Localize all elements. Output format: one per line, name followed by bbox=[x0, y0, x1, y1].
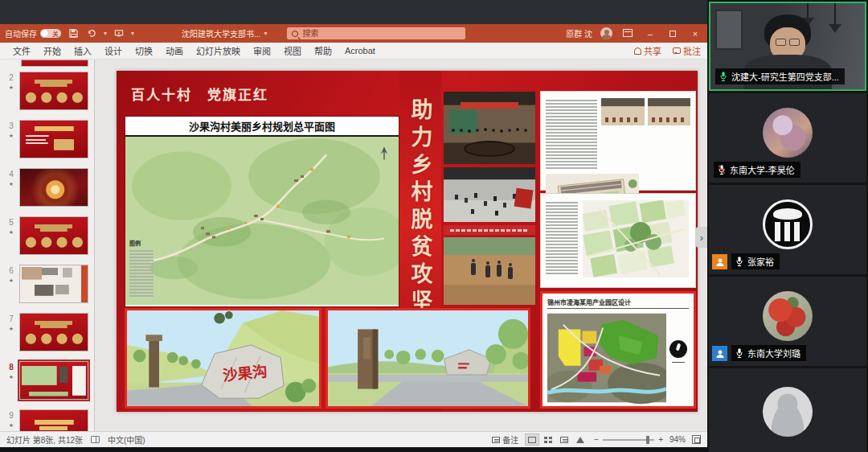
tab-transitions[interactable]: 切换 bbox=[129, 43, 159, 59]
tab-help[interactable]: 帮助 bbox=[308, 43, 338, 59]
notes-button[interactable]: 备注 bbox=[492, 434, 518, 446]
animation-star-icon: ★ bbox=[3, 83, 19, 92]
statusbar-right: 备注 − + 94% bbox=[492, 434, 701, 446]
participant-tile-1[interactable]: 沈建大-研究生第四党支部... bbox=[709, 2, 866, 91]
animation-star-icon: ★ bbox=[3, 276, 19, 286]
animation-star-icon: ★ bbox=[3, 179, 19, 189]
map-legend: 图例 bbox=[129, 239, 157, 298]
zoning-map-art bbox=[547, 311, 666, 405]
house-rendering bbox=[601, 98, 645, 125]
tab-review[interactable]: 审阅 bbox=[247, 43, 277, 59]
zoom-control: − + bbox=[594, 435, 663, 444]
slide-7-preview[interactable] bbox=[19, 313, 88, 351]
comments-button[interactable]: 批注 bbox=[673, 44, 701, 57]
share-button[interactable]: 共享 bbox=[634, 44, 661, 57]
search-box[interactable] bbox=[287, 27, 465, 39]
tab-file[interactable]: 文件 bbox=[6, 43, 37, 59]
slide-header-title: 百人十村 党旗正红 bbox=[131, 84, 268, 104]
thumbnail-slide-5[interactable]: 5★ bbox=[3, 216, 94, 257]
zoom-out-button[interactable]: − bbox=[594, 435, 599, 444]
restore-button[interactable] bbox=[665, 29, 680, 39]
ribbon-right-buttons: 共享 批注 bbox=[634, 44, 701, 57]
arch-logo bbox=[784, 222, 790, 241]
search-input[interactable] bbox=[302, 29, 439, 38]
slide-6-preview[interactable] bbox=[19, 265, 88, 303]
thumbnail-slide-2[interactable]: 2★ bbox=[3, 72, 94, 112]
ribbon-display-options-icon bbox=[623, 29, 633, 37]
save-icon[interactable] bbox=[67, 27, 80, 40]
participant-name-chip: 东南大学刘璐 bbox=[731, 345, 806, 361]
arch-logo bbox=[794, 222, 800, 241]
slide-2-preview[interactable] bbox=[19, 72, 88, 110]
thumbnail-slide-1-partial[interactable] bbox=[21, 60, 88, 67]
close-button[interactable]: × bbox=[688, 29, 702, 39]
thumbnail-slide-8-selected[interactable]: 8★ bbox=[3, 361, 94, 401]
participant-avatar bbox=[763, 291, 813, 341]
crowd-figures bbox=[455, 195, 458, 199]
thumbnail-slide-9[interactable]: 9★ bbox=[3, 409, 94, 431]
slide-number: 5★ bbox=[3, 216, 19, 257]
participant-tile-2[interactable]: 东南大学-李昊伦 bbox=[709, 93, 866, 183]
zoom-slider[interactable] bbox=[603, 439, 654, 441]
tab-acrobat[interactable]: Acrobat bbox=[338, 44, 382, 57]
participant-tile-3[interactable]: 张家裕 bbox=[709, 185, 866, 274]
thumbnail-slide-7[interactable]: 7★ bbox=[3, 313, 94, 353]
slide-sorter-button[interactable] bbox=[541, 434, 555, 446]
animation-star-icon: ★ bbox=[3, 324, 19, 334]
quick-access-more-icon[interactable]: ▾ bbox=[131, 30, 134, 37]
reading-view-button[interactable] bbox=[557, 434, 571, 446]
fit-slide-icon[interactable] bbox=[692, 435, 701, 444]
participant-tile-5[interactable] bbox=[709, 368, 866, 452]
masterplan-map-art bbox=[125, 137, 399, 305]
slide-8-preview[interactable] bbox=[19, 361, 88, 400]
thumbnail-slide-6[interactable]: 6★ bbox=[3, 265, 94, 305]
slide-4-preview[interactable] bbox=[19, 168, 88, 207]
participant-name-chip: 沈建大-研究生第四党支部... bbox=[715, 68, 845, 84]
village-gate-rendering-left: 沙果沟 bbox=[125, 308, 321, 409]
normal-view-button[interactable] bbox=[525, 434, 539, 446]
tab-design[interactable]: 设计 bbox=[98, 43, 129, 59]
industrial-park-panel: 锦州市凌海某用产业园区设计 bbox=[540, 291, 696, 409]
zoom-level[interactable]: 94% bbox=[669, 435, 686, 444]
language-indicator[interactable]: 中文(中国) bbox=[108, 434, 145, 446]
tab-animations[interactable]: 动画 bbox=[159, 43, 190, 59]
tab-home[interactable]: 开始 bbox=[37, 43, 68, 59]
slide-5-preview[interactable] bbox=[19, 216, 88, 255]
slide-number: 4★ bbox=[3, 168, 19, 208]
undo-icon[interactable] bbox=[85, 27, 98, 40]
slideshow-from-start-icon[interactable] bbox=[113, 27, 125, 40]
tab-view[interactable]: 视图 bbox=[277, 43, 308, 59]
slideshow-button[interactable] bbox=[573, 434, 588, 446]
compass-icon bbox=[669, 340, 687, 358]
undo-caret-icon[interactable]: ▾ bbox=[104, 30, 107, 37]
tab-insert[interactable]: 插入 bbox=[68, 43, 98, 59]
village-masterplan-panel: 沙果沟村美丽乡村规划总平面图 bbox=[125, 116, 399, 307]
industrial-panel-title: 锦州市凌海某用产业园区设计 bbox=[547, 298, 689, 309]
spellcheck-icon[interactable] bbox=[91, 436, 100, 443]
right-panel-column: 锦州市凌海某用产业园区设计 bbox=[540, 71, 696, 412]
crowd-figures bbox=[452, 129, 455, 132]
house-rendering bbox=[648, 98, 691, 125]
slide-canvas[interactable]: 百人十村 党旗正红 沙果沟村美丽乡村规划总平面图 bbox=[117, 71, 698, 412]
autosave-switch[interactable]: 关 bbox=[40, 29, 61, 38]
zoom-slider-thumb[interactable] bbox=[646, 436, 649, 444]
slideshow-icon bbox=[576, 437, 584, 443]
autosave-toggle[interactable]: 自动保存 关 bbox=[5, 27, 61, 39]
slide-9-preview[interactable] bbox=[19, 409, 88, 431]
masterplan-map: 图例 bbox=[125, 137, 399, 305]
thumbnail-slide-4[interactable]: 4★ bbox=[3, 168, 94, 208]
tab-slideshow[interactable]: 幻灯片放映 bbox=[190, 43, 247, 59]
slide-3-preview[interactable] bbox=[19, 120, 88, 158]
user-avatar[interactable] bbox=[600, 27, 612, 39]
person-icon bbox=[715, 257, 725, 267]
ribbon-display-options-button[interactable] bbox=[620, 29, 635, 39]
zoom-in-button[interactable]: + bbox=[658, 435, 663, 444]
thumbnail-slide-3[interactable]: 3★ bbox=[3, 120, 94, 160]
panel-collapse-button[interactable]: › bbox=[696, 227, 707, 248]
powerpoint-window: 自动保存 关 ▾ ▾ 沈阳建筑大学支部书... ▾ bbox=[0, 0, 707, 452]
participant-tile-4[interactable]: 东南大学刘璐 bbox=[709, 277, 866, 366]
minimize-button[interactable]: – bbox=[643, 29, 657, 39]
person-figure bbox=[497, 265, 502, 277]
exhibition-hall-photo bbox=[444, 167, 535, 222]
document-title[interactable]: 沈阳建筑大学支部书... ▾ bbox=[182, 27, 267, 39]
